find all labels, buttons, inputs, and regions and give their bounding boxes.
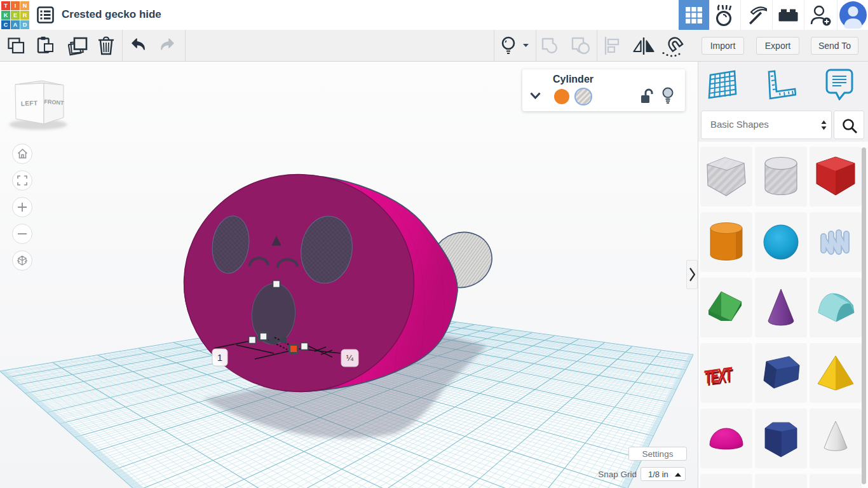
- svg-text:TEXT: TEXT: [704, 363, 732, 387]
- svg-text:¼: ¼: [346, 353, 354, 363]
- svg-text:LEFT: LEFT: [21, 99, 38, 107]
- svg-text:1: 1: [217, 352, 222, 363]
